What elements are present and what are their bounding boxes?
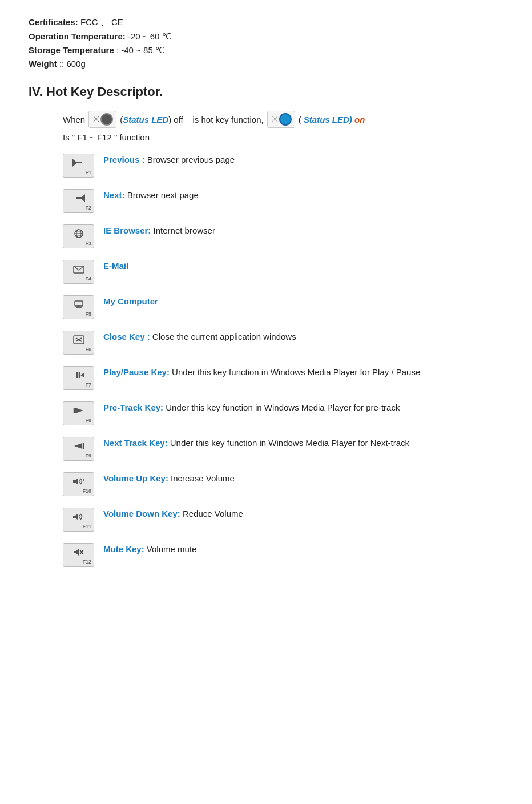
hotkey-row-f3: F3IE Browser: Internet browser xyxy=(29,223,503,248)
on-label: on xyxy=(354,115,365,124)
svg-marker-20 xyxy=(75,408,83,413)
svg-text:-: - xyxy=(82,513,84,518)
hotkey-row-f1: F1Previous : Browser previous page xyxy=(29,152,503,178)
weight-label: Weight xyxy=(29,59,57,69)
key-image-f8: F8 xyxy=(63,401,94,425)
weight-line: Weight :: 600g xyxy=(29,59,503,69)
svg-marker-25 xyxy=(73,513,78,520)
key-name-f9: Next Track Key: xyxy=(103,438,168,448)
key-label-f2: F2 xyxy=(85,205,91,211)
svg-marker-22 xyxy=(74,443,82,449)
op-temp-label: Operation Temperature xyxy=(29,31,123,41)
key-icon-f9 xyxy=(66,439,91,453)
svg-rect-10 xyxy=(75,301,83,306)
key-description-f10: Volume Up Key: Increase Volume xyxy=(103,471,503,483)
storage-temp-label: Storage Temperature xyxy=(29,45,114,55)
key-name-f2: Next: xyxy=(103,190,125,200)
key-name-f1: Previous : xyxy=(103,155,145,164)
key-description-f2: Next: Browser next page xyxy=(103,188,503,200)
key-image-f7: F7 xyxy=(63,366,94,390)
key-image-f6: F6 xyxy=(63,331,94,355)
key-description-f3: IE Browser: Internet browser xyxy=(103,223,503,235)
key-name-f5: My Computer xyxy=(103,296,158,306)
certificates-value: FCC 、 CE xyxy=(80,17,123,27)
certificates-label: Certificates: xyxy=(29,17,78,27)
svg-marker-27 xyxy=(74,549,79,556)
hotkey-row-f4: F4E-Mail xyxy=(29,259,503,284)
op-temp-value: -20 ~ 60 ℃ xyxy=(128,31,172,41)
key-label-f8: F8 xyxy=(85,417,91,423)
key-label-f10: F10 xyxy=(82,488,91,494)
when-text: When xyxy=(63,115,85,124)
key-label-f5: F5 xyxy=(85,311,91,317)
key-description-f6: Close Key : Close the current applicatio… xyxy=(103,329,503,341)
key-icon-f10: + xyxy=(66,475,91,488)
hotkey-row-f10: +F10Volume Up Key: Increase Volume xyxy=(29,471,503,496)
key-image-f11: -F11 xyxy=(63,508,94,532)
key-icon-f7 xyxy=(66,368,91,382)
key-name-f3: IE Browser: xyxy=(103,226,151,235)
key-icon-f1 xyxy=(66,156,91,170)
key-image-f2: F2 xyxy=(63,189,94,213)
hotkey-row-f12: F12Mute Key: Volume mute xyxy=(29,542,503,567)
key-description-f8: Pre-Track Key: Under this key function i… xyxy=(103,400,503,412)
key-description-f9: Next Track Key: Under this key function … xyxy=(103,436,503,448)
hotkey-row-f11: -F11Volume Down Key: Reduce Volume xyxy=(29,506,503,532)
key-label-f6: F6 xyxy=(85,347,91,352)
key-name-f11: Volume Down Key: xyxy=(103,509,180,518)
key-image-f1: F1 xyxy=(63,154,94,178)
is-function-text: Is " F1 ~ F12 " function xyxy=(63,132,150,142)
key-label-f1: F1 xyxy=(85,170,91,175)
key-icon-f2 xyxy=(66,191,91,205)
led-circle-on xyxy=(279,113,292,126)
key-description-f12: Mute Key: Volume mute xyxy=(103,542,503,554)
key-name-f7: Play/Pause Key: xyxy=(103,367,170,377)
status-led-italic: Status LED xyxy=(123,115,168,124)
key-icon-f11: - xyxy=(66,510,91,524)
key-icon-f8 xyxy=(66,404,91,417)
status-led-on-text: ( Status LED) on xyxy=(299,115,365,124)
key-name-f12: Mute Key: xyxy=(103,544,144,554)
status-led-on-label: Status LED) xyxy=(304,115,352,124)
led-icon-off-wrapper: ✳ xyxy=(88,111,116,128)
key-image-f5: F5 xyxy=(63,295,94,319)
led-description-row: When ✳ (Status LED) off is hot key funct… xyxy=(29,111,503,128)
key-label-f12: F12 xyxy=(82,559,91,565)
key-image-f3: F3 xyxy=(63,224,94,248)
key-description-f1: Previous : Browser previous page xyxy=(103,152,503,164)
key-icon-f12 xyxy=(66,545,91,559)
led-icon-on-wrapper: ✳ xyxy=(267,111,295,128)
key-name-f8: Pre-Track Key: xyxy=(103,403,163,412)
svg-marker-1 xyxy=(72,159,77,167)
hotkey-row-f7: F7Play/Pause Key: Under this key functio… xyxy=(29,365,503,390)
sun-icon-off: ✳ xyxy=(92,113,100,126)
key-icon-f6 xyxy=(66,333,91,347)
hotkey-row-f8: F8Pre-Track Key: Under this key function… xyxy=(29,400,503,425)
op-temp-line: Operation Temperature: -20 ~ 60 ℃ xyxy=(29,31,503,42)
key-label-f7: F7 xyxy=(85,382,91,388)
key-description-f11: Volume Down Key: Reduce Volume xyxy=(103,506,503,518)
key-description-f5: My Computer xyxy=(103,294,503,306)
key-label-f4: F4 xyxy=(85,276,91,282)
svg-marker-18 xyxy=(80,373,84,377)
key-icon-f3 xyxy=(66,227,91,240)
key-description-f4: E-Mail xyxy=(103,259,503,271)
key-description-f7: Play/Pause Key: Under this key function … xyxy=(103,365,503,377)
status-led-text: (Status LED) off is hot key function, xyxy=(120,115,264,124)
key-image-f4: F4 xyxy=(63,260,94,284)
key-image-f12: F12 xyxy=(63,543,94,567)
svg-marker-23 xyxy=(73,478,78,485)
specs-section: Certificates: FCC 、 CE Operation Tempera… xyxy=(29,17,503,69)
key-image-f10: +F10 xyxy=(63,472,94,496)
key-image-f9: F9 xyxy=(63,437,94,461)
hotkey-row-f2: F2Next: Browser next page xyxy=(29,188,503,213)
key-label-f3: F3 xyxy=(85,240,91,246)
is-function-row: Is " F1 ~ F12 " function xyxy=(29,132,503,142)
key-name-f4: E-Mail xyxy=(103,261,128,271)
key-name-f6: Close Key : xyxy=(103,332,150,341)
section-title: IV. Hot Key Descriptor. xyxy=(29,85,503,99)
hotkey-row-f6: F6Close Key : Close the current applicat… xyxy=(29,329,503,355)
certificates-line: Certificates: FCC 、 CE xyxy=(29,17,503,28)
key-icon-f4 xyxy=(66,262,91,276)
hotkey-row-f9: F9Next Track Key: Under this key functio… xyxy=(29,436,503,461)
